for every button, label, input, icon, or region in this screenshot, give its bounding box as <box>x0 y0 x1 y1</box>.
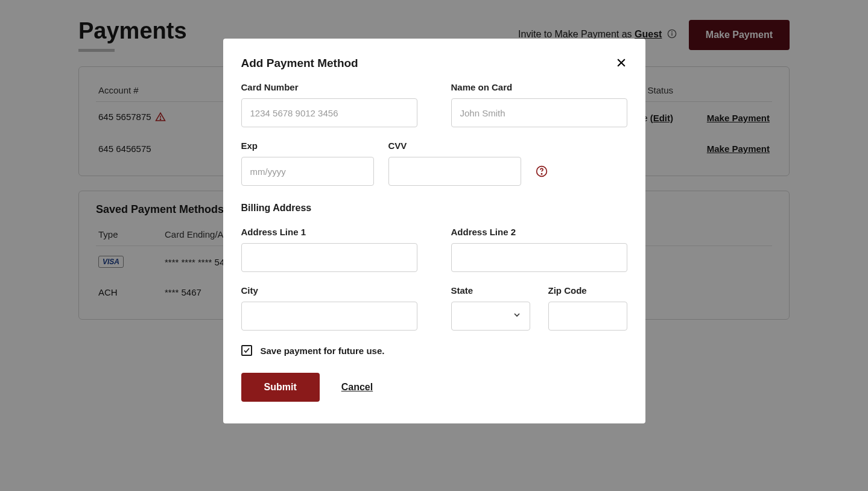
zip-label: Zip Code <box>548 285 627 296</box>
address-2-label: Address Line 2 <box>451 227 627 237</box>
address-1-input[interactable] <box>241 243 417 272</box>
cancel-button[interactable]: Cancel <box>341 382 373 393</box>
svg-point-8 <box>541 174 542 174</box>
add-payment-modal: Add Payment Method Card Number Name on C… <box>223 39 645 423</box>
cvv-input[interactable] <box>388 157 521 186</box>
zip-input[interactable] <box>548 302 627 331</box>
submit-button[interactable]: Submit <box>241 373 320 402</box>
address-1-label: Address Line 1 <box>241 227 417 237</box>
card-number-input[interactable] <box>241 98 417 127</box>
save-payment-checkbox[interactable] <box>241 345 252 356</box>
name-on-card-input[interactable] <box>451 98 627 127</box>
card-number-label: Card Number <box>241 82 417 92</box>
city-label: City <box>241 285 417 296</box>
modal-title: Add Payment Method <box>241 57 627 70</box>
close-icon <box>615 57 627 69</box>
state-select[interactable] <box>451 302 530 331</box>
name-on-card-label: Name on Card <box>451 82 627 92</box>
billing-address-heading: Billing Address <box>241 203 627 214</box>
modal-overlay: Add Payment Method Card Number Name on C… <box>0 0 868 491</box>
state-label: State <box>451 285 530 296</box>
address-2-input[interactable] <box>451 243 627 272</box>
exp-label: Exp <box>241 141 374 151</box>
close-button[interactable] <box>613 54 630 73</box>
cvv-help-icon[interactable] <box>536 157 548 186</box>
exp-input[interactable] <box>241 157 374 186</box>
cvv-label: CVV <box>388 141 521 151</box>
save-payment-label: Save payment for future use. <box>261 346 385 356</box>
city-input[interactable] <box>241 302 417 331</box>
